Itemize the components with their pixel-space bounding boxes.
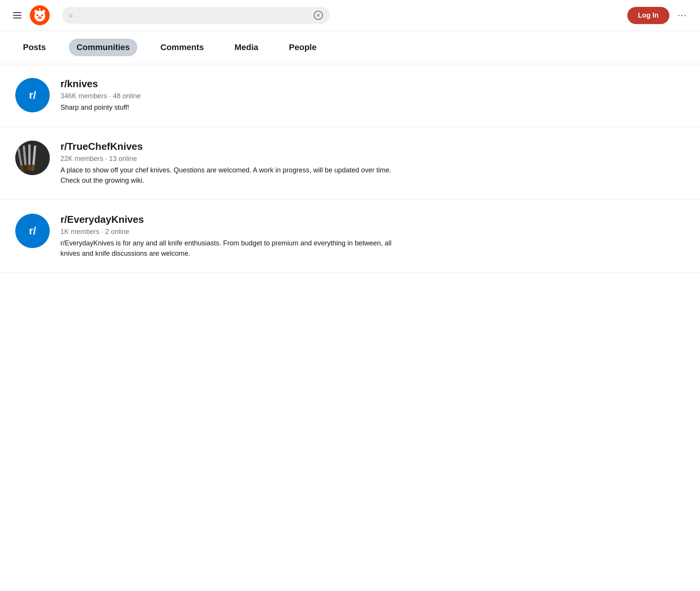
community-info: r/EverydayKnives 1K members · 2 online r…	[60, 214, 405, 259]
logo[interactable]	[30, 5, 50, 25]
community-item[interactable]: r/ r/knives 346K members · 48 online Sha…	[0, 64, 700, 127]
svg-point-3	[38, 16, 41, 18]
logo-icon	[30, 5, 50, 25]
svg-point-2	[41, 15, 43, 16]
community-avatar: r/	[15, 214, 50, 248]
community-name: r/TrueChefKnives	[60, 141, 405, 153]
svg-rect-14	[24, 165, 27, 171]
header-actions: Log In ···	[627, 7, 689, 24]
search-bar: ○ knives ✕	[62, 7, 330, 24]
svg-point-4	[34, 10, 37, 13]
tab-communities[interactable]: Communities	[69, 39, 137, 56]
tab-media[interactable]: Media	[227, 39, 266, 56]
community-description: r/EverydayKnives is for any and all knif…	[60, 238, 405, 259]
community-item[interactable]: r/TrueChefKnives 22K members · 13 online…	[0, 127, 700, 200]
login-button[interactable]: Log In	[627, 7, 669, 24]
tab-people[interactable]: People	[281, 39, 324, 56]
svg-rect-15	[28, 165, 31, 170]
community-info: r/knives 346K members · 48 online Sharp …	[60, 78, 141, 113]
community-stats: 22K members · 13 online	[60, 155, 405, 163]
community-avatar	[15, 141, 50, 175]
community-stats: 1K members · 2 online	[60, 228, 405, 236]
community-name: r/EverydayKnives	[60, 214, 405, 226]
svg-point-7	[39, 8, 41, 10]
svg-rect-16	[31, 164, 34, 171]
hamburger-menu[interactable]	[11, 10, 24, 21]
community-name: r/knives	[60, 78, 141, 90]
search-input[interactable]: knives	[77, 11, 310, 20]
community-avatar: r/	[15, 78, 50, 112]
community-item[interactable]: r/ r/EverydayKnives 1K members · 2 onlin…	[0, 200, 700, 273]
header: ○ knives ✕ Log In ···	[0, 0, 700, 31]
svg-point-5	[42, 10, 45, 13]
more-options-button[interactable]: ···	[676, 8, 689, 23]
community-list: r/ r/knives 346K members · 48 online Sha…	[0, 64, 700, 273]
community-info: r/TrueChefKnives 22K members · 13 online…	[60, 141, 405, 186]
community-description: Sharp and pointy stuff!	[60, 102, 141, 113]
tab-comments[interactable]: Comments	[153, 39, 212, 56]
community-stats: 346K members · 48 online	[60, 92, 141, 100]
tab-posts[interactable]: Posts	[15, 39, 54, 56]
clear-search-button[interactable]: ✕	[314, 11, 323, 20]
svg-point-1	[37, 15, 39, 16]
search-icon: ○	[69, 11, 73, 19]
filter-tabs: PostsCommunitiesCommentsMediaPeople	[0, 31, 700, 64]
community-description: A place to show off your chef knives. Qu…	[60, 165, 405, 186]
